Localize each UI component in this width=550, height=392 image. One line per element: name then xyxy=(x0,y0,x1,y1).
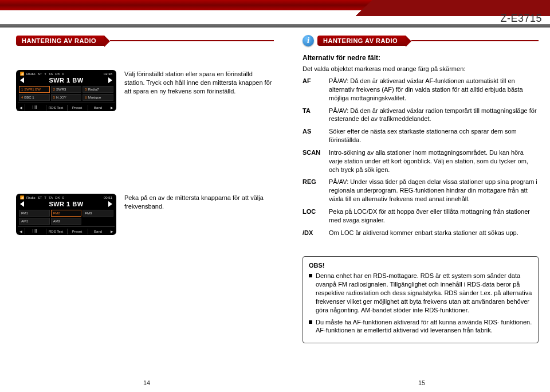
antenna-icon: 📶 xyxy=(20,195,24,199)
def-row: LOCPeka på LOC/DX för att hoppa över ell… xyxy=(302,207,539,225)
eq-icon[interactable] xyxy=(25,228,45,234)
def-row: ASSöker efter de nästa sex starkaste sta… xyxy=(302,127,539,144)
def-term: SCAN xyxy=(302,148,329,174)
section-header-right: i HANTERING AV RADIO xyxy=(302,34,539,47)
info-icon: i xyxy=(302,35,314,46)
preset-cell[interactable]: 3Radio7 xyxy=(82,86,113,93)
def-term: REG xyxy=(302,178,329,203)
device-screenshot-2: 📶 Radio ST T TA DX 0 00:51 SWR 1 BW FM1F… xyxy=(16,194,116,235)
definitions-list: AFPÅ/AV: Då den är aktiverad växlar AF-f… xyxy=(302,77,539,241)
def-row: AFPÅ/AV: Då den är aktiverad växlar AF-f… xyxy=(302,77,539,103)
page-number-right: 15 xyxy=(418,379,425,386)
foot-btn-1[interactable]: RDS Text xyxy=(46,229,66,234)
def-text: PÅ/AV: Då den är aktiverad växlar radion… xyxy=(329,107,539,124)
decor-gray-bar xyxy=(0,24,550,28)
def-text: Söker efter de nästa sex starkaste stati… xyxy=(329,127,539,144)
section-title-left: HANTERING AV RADIO xyxy=(16,36,104,46)
page-right: i HANTERING AV RADIO Alternativ för nedr… xyxy=(302,34,539,343)
next-icon[interactable] xyxy=(108,201,112,207)
band-cell[interactable]: AM1 xyxy=(19,218,50,225)
status-time: 02:38 xyxy=(104,72,112,76)
def-text: Intro-sökning av alla stationer inom mot… xyxy=(329,148,539,174)
def-text: Peka på LOC/DX för att hoppa över eller … xyxy=(329,207,539,225)
status-radio: Radio xyxy=(26,72,36,76)
band-cell[interactable]: FM2 xyxy=(51,210,82,217)
page-number-left: 14 xyxy=(143,379,150,386)
foot-left-arrow[interactable]: ◀ xyxy=(18,229,23,233)
row-shot1: 📶 Radio ST T TA DX 0 02:38 SWR 1 BW 1SWR… xyxy=(16,70,274,119)
def-text: Om LOC är aktiverad kommer enbart starka… xyxy=(329,229,539,237)
row-shot2: 📶 Radio ST T TA DX 0 00:51 SWR 1 BW FM1F… xyxy=(16,194,274,243)
station-title: SWR 1 BW xyxy=(49,201,83,207)
preset-cell[interactable]: 4BBC 1 xyxy=(19,94,50,101)
status-radio: Radio xyxy=(26,196,36,199)
def-term: /DX xyxy=(302,229,329,237)
def-row: /DXOm LOC är aktiverad kommer enbart sta… xyxy=(302,229,539,237)
foot-btn-1[interactable]: RDS Text xyxy=(46,105,66,111)
foot-left-arrow[interactable]: ◀ xyxy=(18,105,23,109)
prev-icon[interactable] xyxy=(20,77,24,83)
sub-heading: Alternativ för nedre fält: xyxy=(302,54,539,62)
status-ta: TA xyxy=(49,72,53,76)
status-dx: DX xyxy=(55,196,60,199)
def-text: PÅ/AV: Då den är aktiverad växlar AF-fun… xyxy=(329,77,539,103)
obs-item: Denna enhet har en RDS-mottagare. RDS är… xyxy=(309,272,532,314)
next-icon[interactable] xyxy=(108,77,112,83)
station-title: SWR 1 BW xyxy=(49,77,83,84)
section-rule xyxy=(110,40,274,41)
device-screenshot-1: 📶 Radio ST T TA DX 0 02:38 SWR 1 BW 1SWR… xyxy=(16,70,116,111)
foot-btn-2[interactable]: Preset xyxy=(67,229,87,234)
t-icon: T xyxy=(44,72,46,76)
foot-btn-3[interactable]: Band xyxy=(88,105,108,111)
eq-icon[interactable] xyxy=(25,104,45,111)
intro-text: Det valda objektet markeras med orange f… xyxy=(302,65,539,72)
band-cell[interactable]: AM2 xyxy=(51,218,82,225)
def-row: REGPÅ/AV: Under vissa tider på dagen del… xyxy=(302,178,539,203)
obs-title: OBS! xyxy=(309,261,532,270)
desc-shot1: Välj förinställd station eller spara en … xyxy=(124,70,274,96)
def-text: PÅ/AV: Under vissa tider på dagen delar … xyxy=(329,178,539,203)
page-left: HANTERING AV RADIO 📶 Radio ST T TA DX 0 … xyxy=(16,34,274,249)
band-cell[interactable]: FM3 xyxy=(82,210,113,217)
section-title-right: HANTERING AV RADIO xyxy=(317,36,406,46)
obs-item: Du måste ha AF-funktionen aktiverad för … xyxy=(309,318,532,335)
t-icon: T xyxy=(44,196,46,199)
preset-cell[interactable]: 2SWR3 xyxy=(51,86,82,93)
status-dx: DX xyxy=(55,72,60,76)
status-zero: 0 xyxy=(62,196,64,199)
def-term: TA xyxy=(302,107,329,124)
decor-red-bar xyxy=(0,0,550,10)
status-ta: TA xyxy=(49,196,53,199)
def-row: SCANIntro-sökning av alla stationer inom… xyxy=(302,148,539,174)
def-term: AS xyxy=(302,127,329,144)
def-term: AF xyxy=(302,77,329,103)
band-cell[interactable]: FM1 xyxy=(19,210,50,217)
desc-shot2: Peka på en av de mittersta knapparna för… xyxy=(124,194,274,211)
preset-cell[interactable]: 6Musique xyxy=(82,94,113,101)
status-zero: 0 xyxy=(62,72,64,76)
section-header-left: HANTERING AV RADIO xyxy=(16,34,274,47)
prev-icon[interactable] xyxy=(20,201,24,207)
status-st: ST xyxy=(38,196,42,199)
foot-right-arrow[interactable]: ▶ xyxy=(109,105,115,109)
antenna-icon: 📶 xyxy=(20,72,24,76)
def-term: LOC xyxy=(302,207,329,225)
obs-box: OBS! Denna enhet har en RDS-mottagare. R… xyxy=(302,256,539,344)
foot-btn-2[interactable]: Preset xyxy=(67,105,87,111)
foot-right-arrow[interactable]: ▶ xyxy=(109,229,115,233)
model-code: Z-E3715 xyxy=(500,13,542,25)
def-row: TAPÅ/AV: Då den är aktiverad växlar radi… xyxy=(302,107,539,124)
status-time: 00:51 xyxy=(104,196,112,199)
foot-btn-3[interactable]: Band xyxy=(88,229,108,234)
preset-cell[interactable]: 1SWR1 BW xyxy=(19,86,50,93)
section-rule xyxy=(411,40,539,41)
preset-cell[interactable]: 5N JOY xyxy=(51,94,82,101)
status-st: ST xyxy=(38,72,42,76)
